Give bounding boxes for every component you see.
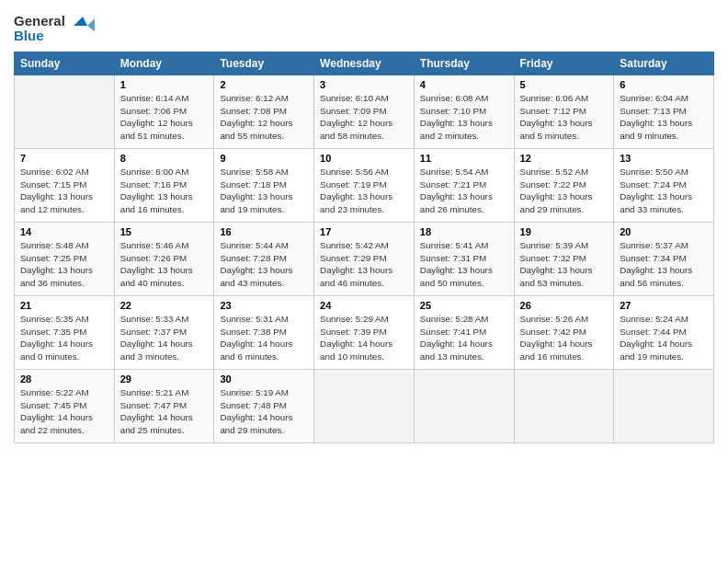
day-number: 5 <box>520 79 609 90</box>
calendar-day-cell: 17Sunrise: 5:42 AM Sunset: 7:29 PM Dayli… <box>314 223 415 296</box>
calendar-day-cell: 13Sunrise: 5:50 AM Sunset: 7:24 PM Dayli… <box>614 149 714 223</box>
calendar-day-cell: 30Sunrise: 5:19 AM Sunset: 7:48 PM Dayli… <box>214 370 314 443</box>
calendar-day-cell <box>514 370 614 443</box>
day-info: Sunrise: 5:48 AM Sunset: 7:25 PM Dayligh… <box>20 239 108 290</box>
weekday-header-cell: Wednesday <box>314 52 415 75</box>
day-info: Sunrise: 6:10 AM Sunset: 7:09 PM Dayligh… <box>320 92 408 143</box>
day-info: Sunrise: 5:39 AM Sunset: 7:32 PM Dayligh… <box>520 239 609 290</box>
calendar-day-cell <box>314 370 415 443</box>
calendar-day-cell: 18Sunrise: 5:41 AM Sunset: 7:31 PM Dayli… <box>414 223 514 296</box>
day-number: 10 <box>320 153 408 164</box>
calendar-day-cell: 6Sunrise: 6:04 AM Sunset: 7:13 PM Daylig… <box>614 75 714 149</box>
calendar-day-cell: 15Sunrise: 5:46 AM Sunset: 7:26 PM Dayli… <box>114 223 214 296</box>
day-number: 16 <box>220 226 308 237</box>
calendar-day-cell: 4Sunrise: 6:08 AM Sunset: 7:10 PM Daylig… <box>414 75 514 149</box>
day-info: Sunrise: 5:35 AM Sunset: 7:35 PM Dayligh… <box>20 313 108 363</box>
calendar-day-cell: 29Sunrise: 5:21 AM Sunset: 7:47 PM Dayli… <box>114 370 214 443</box>
day-number: 21 <box>20 300 108 311</box>
calendar-week-row: 28Sunrise: 5:22 AM Sunset: 7:45 PM Dayli… <box>15 370 714 443</box>
calendar-day-cell: 21Sunrise: 5:35 AM Sunset: 7:35 PM Dayli… <box>15 296 115 370</box>
day-info: Sunrise: 5:54 AM Sunset: 7:21 PM Dayligh… <box>420 166 508 216</box>
logo-svg: GeneralBlue <box>14 9 97 46</box>
weekday-header-cell: Sunday <box>15 52 115 75</box>
day-number: 2 <box>220 79 308 90</box>
calendar-day-cell: 14Sunrise: 5:48 AM Sunset: 7:25 PM Dayli… <box>15 223 115 296</box>
day-number: 25 <box>420 300 508 311</box>
day-number: 7 <box>20 153 108 164</box>
calendar-day-cell: 2Sunrise: 6:12 AM Sunset: 7:08 PM Daylig… <box>214 75 314 149</box>
day-number: 24 <box>320 300 408 311</box>
day-number: 30 <box>220 373 308 385</box>
day-number: 19 <box>520 226 609 237</box>
day-info: Sunrise: 5:41 AM Sunset: 7:31 PM Dayligh… <box>420 239 508 290</box>
header: GeneralBlue <box>14 9 714 46</box>
calendar-week-row: 14Sunrise: 5:48 AM Sunset: 7:25 PM Dayli… <box>15 223 714 296</box>
calendar-table: SundayMondayTuesdayWednesdayThursdayFrid… <box>14 52 714 443</box>
calendar-day-cell: 11Sunrise: 5:54 AM Sunset: 7:21 PM Dayli… <box>414 149 514 223</box>
calendar-day-cell: 19Sunrise: 5:39 AM Sunset: 7:32 PM Dayli… <box>514 223 614 296</box>
calendar-day-cell: 23Sunrise: 5:31 AM Sunset: 7:38 PM Dayli… <box>214 296 314 370</box>
day-info: Sunrise: 5:58 AM Sunset: 7:18 PM Dayligh… <box>220 166 308 216</box>
calendar-week-row: 7Sunrise: 6:02 AM Sunset: 7:15 PM Daylig… <box>15 149 714 223</box>
calendar-week-row: 1Sunrise: 6:14 AM Sunset: 7:06 PM Daylig… <box>15 75 714 149</box>
day-number: 9 <box>220 153 308 164</box>
day-info: Sunrise: 5:19 AM Sunset: 7:48 PM Dayligh… <box>220 386 308 437</box>
calendar-day-cell: 1Sunrise: 6:14 AM Sunset: 7:06 PM Daylig… <box>114 75 214 149</box>
day-info: Sunrise: 5:31 AM Sunset: 7:38 PM Dayligh… <box>220 313 308 363</box>
day-number: 29 <box>120 373 209 385</box>
day-info: Sunrise: 6:06 AM Sunset: 7:12 PM Dayligh… <box>520 92 609 143</box>
calendar-day-cell <box>414 370 514 443</box>
day-info: Sunrise: 6:08 AM Sunset: 7:10 PM Dayligh… <box>420 92 508 143</box>
calendar-day-cell: 26Sunrise: 5:26 AM Sunset: 7:42 PM Dayli… <box>514 296 614 370</box>
day-number: 22 <box>120 300 209 311</box>
day-info: Sunrise: 5:52 AM Sunset: 7:22 PM Dayligh… <box>520 166 609 216</box>
day-info: Sunrise: 6:04 AM Sunset: 7:13 PM Dayligh… <box>620 92 708 143</box>
weekday-header-row: SundayMondayTuesdayWednesdayThursdayFrid… <box>15 52 714 75</box>
day-info: Sunrise: 5:24 AM Sunset: 7:44 PM Dayligh… <box>620 313 708 363</box>
day-info: Sunrise: 6:00 AM Sunset: 7:16 PM Dayligh… <box>120 166 209 216</box>
calendar-day-cell: 28Sunrise: 5:22 AM Sunset: 7:45 PM Dayli… <box>15 370 115 443</box>
day-number: 4 <box>420 79 508 90</box>
day-info: Sunrise: 5:50 AM Sunset: 7:24 PM Dayligh… <box>620 166 708 216</box>
day-number: 14 <box>20 226 108 237</box>
day-info: Sunrise: 5:44 AM Sunset: 7:28 PM Dayligh… <box>220 239 308 290</box>
day-number: 6 <box>620 79 708 90</box>
svg-marker-3 <box>87 18 95 31</box>
calendar-day-cell: 10Sunrise: 5:56 AM Sunset: 7:19 PM Dayli… <box>314 149 415 223</box>
calendar-day-cell: 27Sunrise: 5:24 AM Sunset: 7:44 PM Dayli… <box>614 296 714 370</box>
calendar-day-cell: 8Sunrise: 6:00 AM Sunset: 7:16 PM Daylig… <box>114 149 214 223</box>
day-info: Sunrise: 5:28 AM Sunset: 7:41 PM Dayligh… <box>420 313 508 363</box>
day-info: Sunrise: 6:12 AM Sunset: 7:08 PM Dayligh… <box>220 92 308 143</box>
day-number: 28 <box>20 373 108 385</box>
calendar-day-cell: 16Sunrise: 5:44 AM Sunset: 7:28 PM Dayli… <box>214 223 314 296</box>
day-number: 18 <box>420 226 508 237</box>
day-number: 23 <box>220 300 308 311</box>
calendar-day-cell: 24Sunrise: 5:29 AM Sunset: 7:39 PM Dayli… <box>314 296 415 370</box>
calendar-day-cell: 5Sunrise: 6:06 AM Sunset: 7:12 PM Daylig… <box>514 75 614 149</box>
weekday-header-cell: Friday <box>514 52 614 75</box>
day-info: Sunrise: 5:37 AM Sunset: 7:34 PM Dayligh… <box>620 239 708 290</box>
day-info: Sunrise: 5:42 AM Sunset: 7:29 PM Dayligh… <box>320 239 408 290</box>
day-info: Sunrise: 5:29 AM Sunset: 7:39 PM Dayligh… <box>320 313 408 363</box>
calendar-week-row: 21Sunrise: 5:35 AM Sunset: 7:35 PM Dayli… <box>15 296 714 370</box>
day-number: 15 <box>120 226 209 237</box>
day-number: 26 <box>520 300 609 311</box>
weekday-header-cell: Thursday <box>414 52 514 75</box>
day-number: 20 <box>620 226 708 237</box>
day-number: 11 <box>420 153 508 164</box>
calendar-day-cell: 9Sunrise: 5:58 AM Sunset: 7:18 PM Daylig… <box>214 149 314 223</box>
day-number: 13 <box>620 153 708 164</box>
day-info: Sunrise: 6:02 AM Sunset: 7:15 PM Dayligh… <box>20 166 108 216</box>
svg-text:Blue: Blue <box>14 28 44 43</box>
day-number: 27 <box>620 300 708 311</box>
day-info: Sunrise: 5:22 AM Sunset: 7:45 PM Dayligh… <box>20 386 108 437</box>
calendar-day-cell: 22Sunrise: 5:33 AM Sunset: 7:37 PM Dayli… <box>114 296 214 370</box>
day-info: Sunrise: 5:33 AM Sunset: 7:37 PM Dayligh… <box>120 313 209 363</box>
svg-marker-2 <box>74 17 87 26</box>
logo: GeneralBlue <box>14 9 97 46</box>
weekday-header-cell: Monday <box>114 52 214 75</box>
calendar-day-cell: 3Sunrise: 6:10 AM Sunset: 7:09 PM Daylig… <box>314 75 415 149</box>
calendar-day-cell <box>614 370 714 443</box>
calendar-day-cell <box>15 75 115 149</box>
day-number: 17 <box>320 226 408 237</box>
